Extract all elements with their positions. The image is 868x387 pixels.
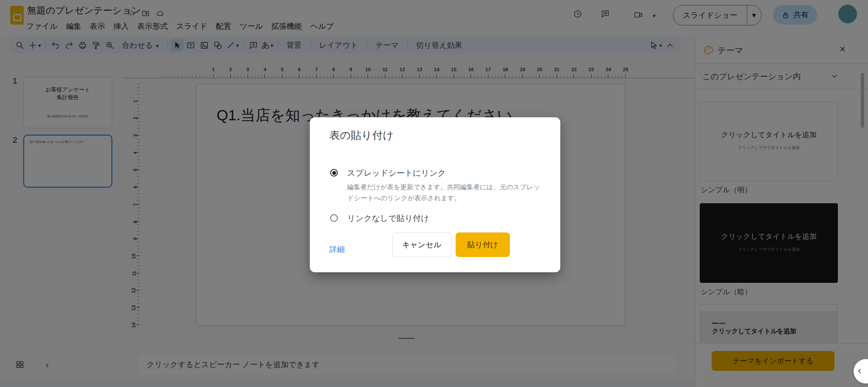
paste-table-dialog: 表の貼り付け スプレッドシートにリンク 編集者だけが表を更新できます。共同編集者…: [310, 117, 560, 272]
chevron-left-icon: ‹: [858, 365, 861, 376]
cancel-button[interactable]: キャンセル: [392, 232, 451, 257]
radio-paste-unlinked[interactable]: [330, 214, 338, 222]
learn-more-link[interactable]: 詳細: [329, 244, 345, 254]
radio-label-unlinked[interactable]: リンクなしで貼り付け: [347, 213, 429, 224]
radio-link-description: 編集者だけが表を更新できます。共同編集者には、元のスプレッドシートへのリンクが表…: [347, 182, 545, 203]
google-slides-window: 無題のプレゼンテーション ☆ ファイル編集表示挿入表示形式スライド配置ツール拡張…: [0, 0, 868, 387]
dialog-title: 表の貼り付け: [329, 128, 394, 142]
paste-button[interactable]: 貼り付け: [456, 232, 510, 257]
radio-link-to-spreadsheet[interactable]: [330, 169, 338, 177]
radio-label-link[interactable]: スプレッドシートにリンク: [347, 168, 446, 179]
